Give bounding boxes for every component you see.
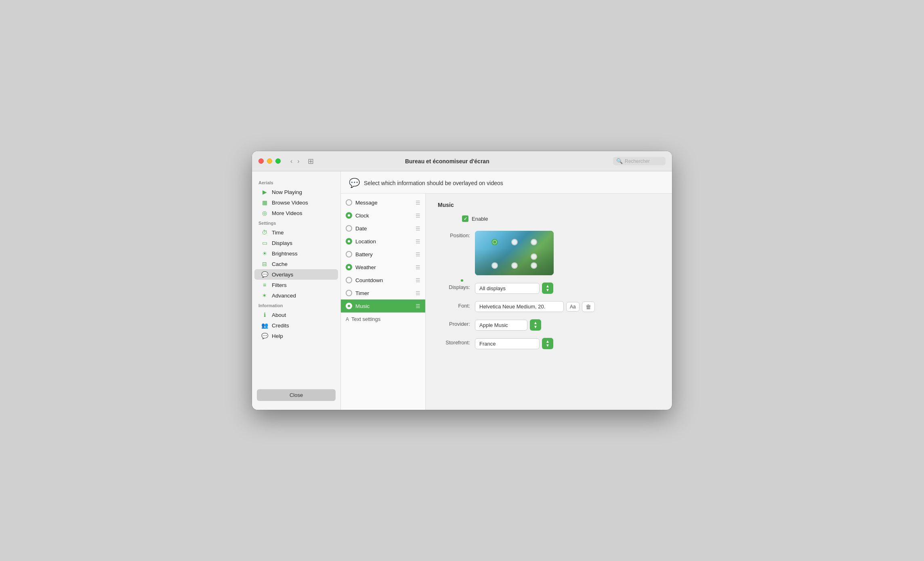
advanced-icon: ✶ (261, 292, 268, 299)
displays-stepper[interactable]: ▲ ▼ (542, 283, 553, 294)
storefront-select[interactable]: France (475, 338, 540, 349)
displays-icon: ▭ (261, 240, 268, 246)
sidebar-item-credits[interactable]: 👥 Credits (254, 320, 338, 331)
overlay-clock-label: Clock (355, 213, 369, 219)
sidebar-item-filters[interactable]: ≡ Filters (254, 280, 338, 290)
sidebar-item-displays[interactable]: ▭ Displays (254, 238, 338, 248)
aerials-section-label: Aerials (252, 178, 340, 187)
position-dot-bottom-left[interactable] (491, 262, 498, 269)
close-button[interactable]: Close (257, 389, 336, 401)
provider-stepper[interactable]: ▲ ▼ (530, 319, 541, 331)
position-dot-bottom-center[interactable] (511, 262, 518, 269)
sidebar-item-label: Filters (272, 282, 287, 288)
browse-videos-icon: ▦ (261, 199, 268, 206)
sidebar-item-label: More Videos (272, 210, 302, 216)
sidebar: Aerials ▶ Now Playing ▦ Browse Videos ◎ … (252, 171, 341, 410)
overlay-item-clock[interactable]: Clock ☰ (341, 209, 425, 222)
enable-label: Enable (472, 216, 488, 222)
overlay-location-radio[interactable] (346, 238, 352, 245)
position-dot-mid-right[interactable] (531, 253, 537, 260)
overlay-item-weather-left: Weather (346, 264, 376, 270)
overlay-item-countdown[interactable]: Countdown ☰ (341, 274, 425, 287)
overlay-weather-radio[interactable] (346, 264, 352, 270)
provider-select[interactable]: Apple Music (475, 320, 527, 331)
fullscreen-traffic-light[interactable] (275, 158, 281, 164)
enable-checkbox[interactable]: ✓ (462, 215, 468, 222)
font-picker-button[interactable]: Aa (566, 302, 580, 312)
overlay-item-timer-left: Timer (346, 290, 369, 296)
time-icon: ⏱ (261, 229, 268, 236)
provider-control: Apple Music ▲ ▼ (475, 319, 541, 331)
overlay-message-label: Message (355, 200, 378, 206)
sidebar-item-help[interactable]: 💬 Help (254, 331, 338, 341)
overlay-date-radio[interactable] (346, 225, 352, 232)
sidebar-item-now-playing[interactable]: ▶ Now Playing (254, 187, 338, 197)
position-dot-top-center[interactable] (511, 239, 518, 245)
font-delete-button[interactable]: 🗑 (582, 302, 595, 312)
overlay-location-handle: ☰ (416, 238, 420, 245)
overlay-item-music[interactable]: Music ☰ (341, 299, 425, 312)
list-footer: A Text settings (341, 312, 425, 325)
header-bar: 💬 Select which information should be ove… (341, 171, 672, 194)
brightness-icon: ☀ (261, 250, 268, 257)
minimize-traffic-light[interactable] (267, 158, 272, 164)
provider-label: Provider: (438, 319, 470, 327)
search-box[interactable]: 🔍 Rechercher (613, 157, 666, 165)
storefront-stepper[interactable]: ▲ ▼ (542, 338, 553, 349)
sidebar-item-label: Displays (272, 240, 292, 246)
information-section-label: Information (252, 301, 340, 310)
credits-icon: 👥 (261, 322, 268, 329)
overlay-battery-radio[interactable] (346, 251, 352, 257)
traffic-lights (258, 158, 281, 164)
close-traffic-light[interactable] (258, 158, 264, 164)
overlay-list: Message ☰ Clock ☰ (341, 194, 426, 410)
detail-panel: Music ✓ Enable Position: (426, 194, 672, 410)
position-dot-top-right[interactable] (531, 239, 537, 245)
search-icon: 🔍 (616, 158, 623, 164)
overlay-countdown-handle: ☰ (416, 277, 420, 283)
sidebar-item-brightness[interactable]: ☀ Brightness (254, 248, 338, 259)
text-settings-button[interactable]: Text settings (351, 316, 380, 322)
overlay-countdown-radio[interactable] (346, 277, 352, 283)
position-dot-top-left[interactable] (491, 239, 498, 245)
provider-row: Provider: Apple Music ▲ ▼ (438, 319, 660, 331)
font-input[interactable]: Helvetica Neue Medium, 20. (475, 301, 564, 312)
overlay-battery-handle: ☰ (416, 251, 420, 257)
sidebar-item-cache[interactable]: ⊟ Cache (254, 259, 338, 269)
sidebar-item-time[interactable]: ⏱ Time (254, 227, 338, 238)
sidebar-item-advanced[interactable]: ✶ Advanced (254, 290, 338, 301)
window-title: Bureau et économiseur d'écran (286, 158, 608, 165)
overlay-item-date[interactable]: Date ☰ (341, 222, 425, 235)
overlay-item-location-left: Location (346, 238, 376, 245)
overlay-item-date-left: Date (346, 225, 367, 232)
sidebar-item-about[interactable]: ℹ About (254, 310, 338, 320)
overlay-clock-radio[interactable] (346, 212, 352, 219)
overlay-item-weather[interactable]: Weather ☰ (341, 261, 425, 274)
overlay-item-location[interactable]: Location ☰ (341, 235, 425, 248)
font-row: Font: Helvetica Neue Medium, 20. Aa 🗑 (438, 301, 660, 312)
overlay-message-radio[interactable] (346, 199, 352, 206)
content-area: Message ☰ Clock ☰ (341, 194, 672, 410)
sidebar-item-more-videos[interactable]: ◎ More Videos (254, 208, 338, 218)
position-dot-bottom-right[interactable] (531, 262, 537, 269)
overlay-item-timer[interactable]: Timer ☰ (341, 287, 425, 299)
sidebar-item-label: Credits (272, 323, 289, 329)
about-icon: ℹ (261, 312, 268, 318)
position-grid[interactable] (475, 231, 554, 275)
overlay-item-message[interactable]: Message ☰ (341, 196, 425, 209)
help-icon: 💬 (261, 333, 268, 339)
header-icon: 💬 (349, 178, 360, 188)
overlay-date-label: Date (355, 226, 367, 232)
sidebar-item-overlays[interactable]: 💬 Overlays (254, 269, 338, 280)
overlay-music-label: Music (355, 303, 370, 309)
overlay-music-radio[interactable] (346, 303, 352, 309)
overlay-timer-radio[interactable] (346, 290, 352, 296)
displays-select[interactable]: All displays (475, 283, 540, 294)
overlay-item-battery[interactable]: Battery ☰ (341, 248, 425, 261)
filters-icon: ≡ (261, 282, 268, 288)
position-image (475, 231, 554, 275)
sidebar-item-browse-videos[interactable]: ▦ Browse Videos (254, 197, 338, 208)
overlay-timer-label: Timer (355, 290, 369, 296)
overlay-weather-label: Weather (355, 264, 376, 270)
overlays-icon: 💬 (261, 271, 268, 278)
